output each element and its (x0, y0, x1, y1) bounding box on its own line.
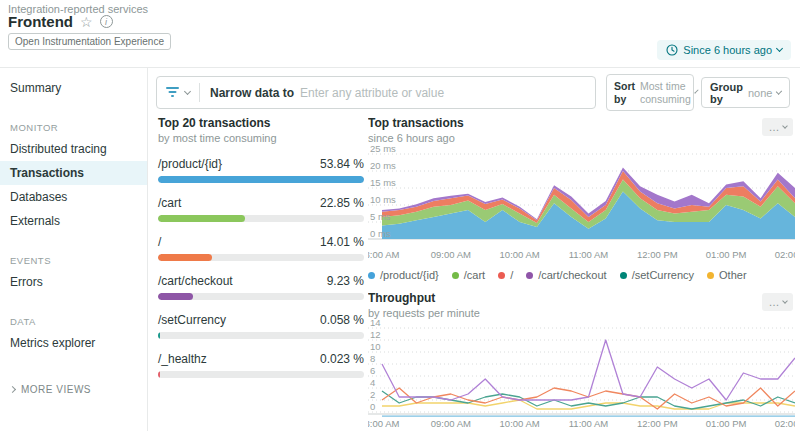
transaction-name[interactable]: /_healthz (158, 352, 207, 366)
x-tick-label: 8:00 AM (368, 418, 399, 429)
favorite-star-icon[interactable]: ☆ (80, 15, 93, 29)
sidebar-item-metrics-explorer[interactable]: Metrics explorer (0, 331, 147, 355)
transaction-row: /product/{id} 53.84 % (158, 157, 364, 183)
group-by-label: Group by (710, 81, 743, 105)
time-range-label: Since 6 hours ago (683, 44, 772, 56)
x-tick-label: 12:00 PM (637, 249, 678, 260)
percent-bar-fill (158, 254, 212, 261)
open-instrumentation-button[interactable]: Open Instrumentation Experience (8, 33, 171, 50)
y-tick-label: 12 (370, 329, 381, 340)
chart-legend: /product/{id}/cart//cart/checkout/setCur… (368, 269, 795, 281)
transaction-row: /cart 22.85 % (158, 196, 364, 222)
transaction-name[interactable]: /cart (158, 196, 181, 210)
info-icon[interactable]: i (100, 15, 113, 28)
chart-options-button[interactable]: … (762, 293, 793, 311)
filter-funnel-button[interactable] (157, 87, 199, 98)
transaction-name[interactable]: / (158, 235, 161, 249)
x-axis: 8:00 AM09:00 AM10:00 AM11:00 AM12:00 PM0… (368, 249, 795, 261)
group-by-dropdown[interactable]: Group by none (701, 77, 790, 108)
chart-title: Throughput (368, 291, 795, 305)
percent-bar-track (158, 371, 364, 378)
transaction-row: / 14.01 % (158, 235, 364, 261)
chevron-down-icon (184, 87, 191, 94)
legend-label: / (510, 269, 513, 281)
legend-item[interactable]: /product/{id} (368, 269, 439, 281)
legend-dot-icon (707, 272, 714, 279)
chevron-down-icon (776, 45, 783, 52)
x-tick-label: 8:00 AM (368, 249, 399, 260)
narrow-data-input[interactable] (300, 86, 595, 100)
legend-label: /product/{id} (380, 269, 439, 281)
sidebar-section-data: DATA (0, 312, 147, 331)
transaction-row: /_healthz 0.023 % (158, 352, 364, 378)
ellipsis-icon: … (769, 121, 780, 133)
percent-bar-fill (158, 332, 160, 339)
ellipsis-icon: … (769, 296, 780, 308)
x-tick-label: 02:00 PM (775, 249, 795, 260)
list-subtitle: by most time consuming (158, 132, 364, 144)
narrow-data-label: Narrow data to (210, 86, 294, 100)
y-tick-label: 10 (370, 341, 381, 352)
x-tick-label: 09:00 AM (431, 249, 471, 260)
chevron-down-icon (782, 123, 788, 129)
legend-label: Other (719, 269, 747, 281)
sidebar-item-databases[interactable]: Databases (0, 185, 147, 209)
transaction-name[interactable]: /cart/checkout (158, 274, 233, 288)
legend-dot-icon (620, 272, 627, 279)
chevron-right-icon (9, 386, 16, 393)
y-tick-label: 4 (370, 377, 375, 388)
percent-bar-track (158, 332, 364, 339)
y-tick-label: 10 ms (370, 194, 396, 205)
transaction-name[interactable]: /product/{id} (158, 157, 222, 171)
sidebar-item-summary[interactable]: Summary (0, 76, 147, 100)
top-transactions-chart-panel: Top transactions since 6 hours ago … 25 … (368, 116, 795, 288)
x-tick-label: 10:00 AM (500, 418, 540, 429)
y-tick-label: 0 (370, 401, 375, 412)
group-by-value: none (748, 87, 772, 99)
sidebar-section-monitor: MONITOR (0, 118, 147, 137)
sidebar-item-errors[interactable]: Errors (0, 270, 147, 294)
transaction-percent: 53.84 % (320, 157, 364, 171)
sidebar-item-externals[interactable]: Externals (0, 209, 147, 233)
sidebar-item-distributed-tracing[interactable]: Distributed tracing (0, 137, 147, 161)
legend-item[interactable]: /cart/checkout (526, 269, 606, 281)
stacked-area-chart: 25 ms20 ms15 ms10 ms5 ms0 ms (368, 151, 795, 247)
legend-item[interactable]: /setCurrency (620, 269, 694, 281)
legend-dot-icon (368, 272, 375, 279)
legend-item[interactable]: /cart (452, 269, 485, 281)
sidebar-more-views[interactable]: MORE VIEWS (0, 379, 147, 400)
sidebar: Summary MONITOR Distributed tracing Tran… (0, 68, 148, 431)
y-tick-label: 8 (370, 353, 375, 364)
chevron-down-icon (782, 298, 788, 304)
sidebar-item-transactions[interactable]: Transactions (0, 161, 147, 185)
legend-dot-icon (452, 272, 459, 279)
y-tick-label: 2 (370, 389, 375, 400)
time-range-picker[interactable]: Since 6 hours ago (657, 40, 791, 60)
transaction-name[interactable]: /setCurrency (158, 313, 226, 327)
x-tick-label: 11:00 AM (569, 418, 608, 429)
x-tick-label: 12:00 PM (637, 418, 678, 429)
x-tick-label: 09:00 AM (431, 418, 471, 429)
legend-dot-icon (526, 272, 533, 279)
legend-item[interactable]: / (498, 269, 513, 281)
sort-by-dropdown[interactable]: Sort by Most time consuming (606, 74, 694, 111)
apm-transactions-page: Integration-reported services Frontend ☆… (0, 0, 800, 431)
legend-item[interactable]: Other (707, 269, 747, 281)
legend-label: /setCurrency (632, 269, 694, 281)
divider (199, 83, 200, 102)
page-title: Frontend (8, 13, 73, 30)
x-tick-label: 11:00 AM (569, 249, 608, 260)
filter-funnel-icon (166, 87, 179, 98)
sort-by-value: Most time consuming (640, 80, 691, 104)
x-tick-label: 01:00 PM (706, 418, 747, 429)
top-transactions-list: Top 20 transactions by most time consumi… (158, 116, 364, 378)
clock-icon (666, 44, 678, 56)
chart-subtitle: by requests per minute (368, 307, 795, 319)
legend-label: /cart/checkout (538, 269, 606, 281)
list-title: Top 20 transactions (158, 116, 364, 130)
y-tick-label: 5 ms (370, 211, 391, 222)
chevron-down-icon (776, 88, 782, 94)
y-tick-label: 14 (370, 317, 381, 328)
transaction-percent: 22.85 % (320, 196, 364, 210)
chart-options-button[interactable]: … (762, 118, 793, 136)
